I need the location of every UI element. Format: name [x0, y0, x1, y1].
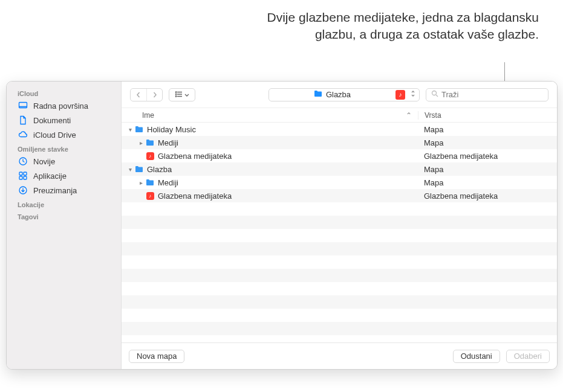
svg-rect-5	[24, 176, 27, 179]
cancel-button[interactable]: Odustani	[453, 350, 500, 363]
dialog-footer: Nova mapa Odustani Odaberi	[122, 342, 557, 369]
svg-rect-3	[24, 172, 27, 175]
sidebar-item-label: Novije	[33, 157, 55, 166]
search-input[interactable]	[441, 90, 543, 99]
folder-icon	[314, 90, 322, 99]
chevron-up-down-icon	[407, 90, 419, 99]
empty-row	[122, 335, 557, 342]
empty-row	[122, 202, 557, 216]
finder-dialog: iCloud Radna površina Dokumenti iCloud D…	[6, 81, 558, 370]
column-header-name[interactable]: Ime ⌃	[142, 111, 418, 120]
sidebar-section-icloud: iCloud	[7, 86, 121, 98]
folder-icon	[134, 165, 145, 173]
sidebar-item-recents[interactable]: Novije	[7, 154, 121, 169]
svg-point-7	[175, 92, 177, 93]
table-row[interactable]: ▸MedijiMapa	[122, 176, 557, 189]
empty-row	[122, 229, 557, 242]
folder-icon	[134, 126, 145, 133]
sidebar-item-desktop[interactable]: Radna površina	[7, 98, 121, 113]
sidebar-item-label: Aplikacije	[33, 172, 67, 181]
sort-ascending-icon: ⌃	[406, 111, 418, 120]
file-name: Holiday Music	[145, 125, 418, 134]
svg-rect-2	[19, 172, 22, 175]
svg-point-10	[432, 91, 437, 95]
file-kind: Mapa	[418, 125, 557, 134]
path-dropdown[interactable]: Glazba ♪	[268, 88, 420, 101]
column-headers: Ime ⌃ Vrsta	[122, 108, 557, 123]
disclosure-triangle[interactable]: ▾	[126, 126, 134, 133]
column-header-kind[interactable]: Vrsta	[418, 111, 557, 120]
file-kind: Glazbena medijateka	[418, 191, 557, 201]
search-field[interactable]	[426, 88, 548, 101]
music-library-icon: ♪	[145, 152, 155, 160]
file-name: Mediji	[155, 138, 418, 147]
sidebar-item-label: iCloud Drive	[33, 130, 76, 140]
sidebar-section-tags[interactable]: Tagovi	[7, 210, 121, 222]
file-name: Glazbena medijateka	[155, 191, 418, 201]
search-icon	[431, 90, 438, 99]
sidebar-section-locations[interactable]: Lokacije	[7, 198, 121, 210]
empty-row	[122, 242, 557, 255]
folder-icon	[145, 139, 155, 146]
table-row[interactable]: ♪Glazbena medijatekaGlazbena medijateka	[122, 149, 557, 162]
desktop-icon	[18, 100, 28, 111]
empty-row	[122, 216, 557, 229]
back-button[interactable]	[131, 89, 146, 101]
sidebar-item-label: Preuzimanja	[33, 186, 77, 195]
file-name: Glazba	[145, 165, 418, 174]
clock-icon	[18, 156, 28, 167]
file-kind: Mapa	[418, 178, 557, 187]
callout-line	[504, 62, 505, 82]
music-badge-icon: ♪	[395, 90, 405, 100]
sidebar-item-label: Dokumenti	[33, 116, 71, 125]
empty-row	[122, 322, 557, 335]
file-name: Mediji	[155, 178, 418, 187]
sidebar-item-documents[interactable]: Dokumenti	[7, 113, 121, 127]
sidebar-item-label: Radna površina	[33, 101, 88, 111]
table-row[interactable]: ▾GlazbaMapa	[122, 162, 557, 176]
choose-button[interactable]: Odaberi	[506, 350, 550, 363]
svg-point-9	[175, 96, 177, 97]
file-kind: Glazbena medijateka	[418, 152, 557, 161]
empty-row	[122, 295, 557, 309]
new-folder-button[interactable]: Nova mapa	[129, 350, 184, 363]
folder-icon	[145, 179, 155, 186]
forward-button[interactable]	[146, 89, 162, 101]
file-name: Glazbena medijateka	[155, 152, 418, 161]
disclosure-triangle[interactable]: ▸	[137, 179, 145, 186]
download-icon	[18, 185, 28, 196]
file-list[interactable]: ▾Holiday MusicMapa▸MedijiMapa♪Glazbena m…	[122, 123, 557, 342]
chevron-down-icon	[184, 90, 189, 99]
path-label: Glazba	[326, 90, 351, 99]
apps-icon	[18, 170, 28, 181]
disclosure-triangle[interactable]: ▾	[126, 166, 134, 173]
cloud-icon	[18, 129, 28, 140]
music-library-icon: ♪	[145, 192, 155, 200]
list-icon	[175, 90, 183, 99]
file-kind: Mapa	[418, 138, 557, 147]
table-row[interactable]: ▾Holiday MusicMapa	[122, 123, 557, 136]
sidebar-item-icloud-drive[interactable]: iCloud Drive	[7, 127, 121, 142]
sidebar-section-favorites: Omiljene stavke	[7, 142, 121, 154]
sidebar: iCloud Radna površina Dokumenti iCloud D…	[7, 82, 122, 369]
table-row[interactable]: ♪Glazbena medijatekaGlazbena medijateka	[122, 189, 557, 202]
file-kind: Mapa	[418, 165, 557, 174]
svg-point-8	[175, 94, 177, 95]
empty-row	[122, 309, 557, 322]
table-row[interactable]: ▸MedijiMapa	[122, 136, 557, 149]
sidebar-item-downloads[interactable]: Preuzimanja	[7, 183, 121, 198]
annotation-text: Dvije glazbene medijateke, jedna za blag…	[224, 9, 539, 43]
svg-rect-4	[19, 176, 22, 179]
main-panel: Glazba ♪ Ime ⌃ Vrsta ▾Holiday MusicMapa▸…	[122, 82, 557, 369]
empty-row	[122, 269, 557, 282]
sidebar-item-applications[interactable]: Aplikacije	[7, 169, 121, 183]
view-mode-button[interactable]	[169, 88, 195, 101]
toolbar: Glazba ♪	[122, 82, 557, 108]
nav-buttons	[130, 88, 163, 101]
empty-row	[122, 255, 557, 269]
empty-row	[122, 282, 557, 295]
doc-icon	[18, 115, 28, 126]
disclosure-triangle[interactable]: ▸	[137, 140, 145, 146]
